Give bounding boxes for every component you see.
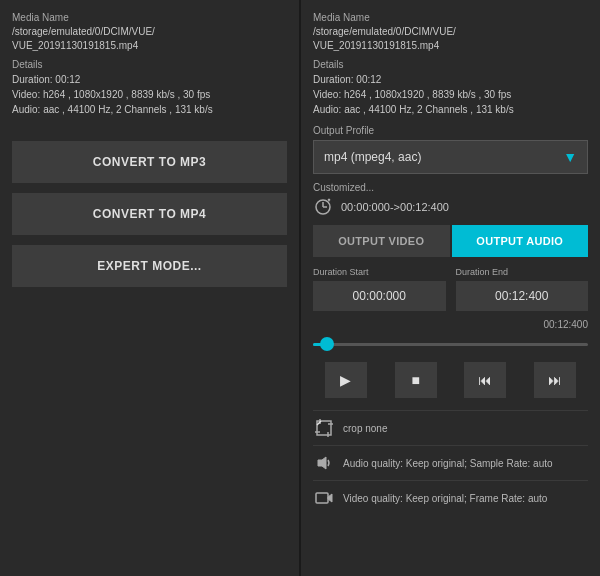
left-details-audio: Audio: aac , 44100 Hz, 2 Channels , 131 … [12, 102, 287, 117]
output-audio-tab[interactable]: OUTPUT AUDIO [452, 225, 589, 257]
svg-marker-9 [318, 457, 326, 469]
tab-row: OUTPUT VIDEO OUTPUT AUDIO [313, 225, 588, 257]
convert-mp4-button[interactable]: CONVERT TO MP4 [12, 193, 287, 235]
right-details-duration: Duration: 00:12 [313, 72, 588, 87]
crop-row: crop none [313, 410, 588, 445]
left-details-label: Details [12, 59, 287, 70]
left-details-duration: Duration: 00:12 [12, 72, 287, 87]
expert-mode-button[interactable]: EXPERT MODE... [12, 245, 287, 287]
time-range-text: 00:00:000->00:12:400 [341, 201, 449, 213]
output-profile-select[interactable]: mp4 (mpeg4, aac) ▼ [313, 140, 588, 174]
playback-controls: ▶ ■ ⏮ ⏭ [313, 362, 588, 398]
slider-track [313, 343, 588, 346]
left-media-path: /storage/emulated/0/DCIM/VUE/VUE_2019113… [12, 25, 287, 53]
video-quality-row: Video quality: Keep original; Frame Rate… [313, 480, 588, 515]
profile-value: mp4 (mpeg4, aac) [324, 150, 421, 164]
skip-start-button[interactable]: ⏮ [464, 362, 506, 398]
timeline-slider[interactable] [313, 336, 588, 352]
duration-end-box: Duration End 00:12:400 [456, 267, 589, 311]
duration-start-box: Duration Start 00:00:000 [313, 267, 446, 311]
skip-end-icon: ⏭ [548, 372, 562, 388]
convert-mp3-button[interactable]: CONVERT TO MP3 [12, 141, 287, 183]
skip-start-icon: ⏮ [478, 372, 492, 388]
left-panel: Media Name /storage/emulated/0/DCIM/VUE/… [0, 0, 301, 576]
stop-icon: ■ [411, 372, 419, 388]
svg-rect-10 [316, 493, 328, 503]
slider-thumb[interactable] [320, 337, 334, 351]
duration-end-value: 00:12:400 [456, 281, 589, 311]
right-media-path: /storage/emulated/0/DCIM/VUE/VUE_2019113… [313, 25, 588, 53]
play-icon: ▶ [340, 372, 351, 388]
duration-start-label: Duration Start [313, 267, 446, 277]
output-profile-label: Output Profile [313, 125, 588, 136]
audio-quality-text: Audio quality: Keep original; Sample Rat… [343, 458, 553, 469]
right-details-label: Details [313, 59, 588, 70]
time-range-icon [313, 197, 333, 217]
dropdown-arrow-icon: ▼ [563, 149, 577, 165]
right-details-video: Video: h264 , 1080x1920 , 8839 kb/s , 30… [313, 87, 588, 102]
skip-end-button[interactable]: ⏭ [534, 362, 576, 398]
duration-row: Duration Start 00:00:000 Duration End 00… [313, 267, 588, 311]
stop-button[interactable]: ■ [395, 362, 437, 398]
crop-icon [313, 417, 335, 439]
video-quality-text: Video quality: Keep original; Frame Rate… [343, 493, 547, 504]
duration-start-value: 00:00:000 [313, 281, 446, 311]
buttons-area: CONVERT TO MP3 CONVERT TO MP4 EXPERT MOD… [12, 141, 287, 287]
time-range-row: 00:00:000->00:12:400 [313, 197, 588, 217]
left-details-video: Video: h264 , 1080x1920 , 8839 kb/s , 30… [12, 87, 287, 102]
duration-end-label: Duration End [456, 267, 589, 277]
play-button[interactable]: ▶ [325, 362, 367, 398]
video-quality-icon [313, 487, 335, 509]
right-media-name-label: Media Name [313, 12, 588, 23]
audio-quality-icon [313, 452, 335, 474]
right-panel: Media Name /storage/emulated/0/DCIM/VUE/… [301, 0, 600, 576]
crop-text: crop none [343, 423, 387, 434]
audio-quality-row: Audio quality: Keep original; Sample Rat… [313, 445, 588, 480]
left-media-name-label: Media Name [12, 12, 287, 23]
right-details-audio: Audio: aac , 44100 Hz, 2 Channels , 131 … [313, 102, 588, 117]
total-duration-display: 00:12:400 [313, 319, 588, 330]
output-video-tab[interactable]: OUTPUT VIDEO [313, 225, 450, 257]
customized-label: Customized... [313, 182, 588, 193]
